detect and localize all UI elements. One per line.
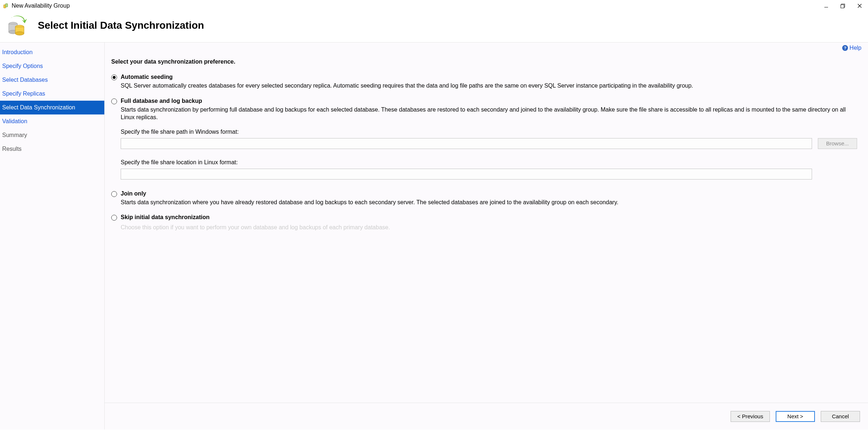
option-automatic-seeding[interactable]: Automatic seeding SQL Server automatical… xyxy=(111,74,857,90)
wizard-footer: < Previous Next > Cancel xyxy=(105,403,868,430)
svg-point-12 xyxy=(15,32,24,35)
option-desc-join-only: Starts data synchronization where you ha… xyxy=(121,198,857,206)
option-desc-skip: Choose this option if you want to perfor… xyxy=(121,224,857,231)
windows-path-label: Specify the file share path in Windows f… xyxy=(121,129,857,135)
linux-path-input[interactable] xyxy=(121,169,812,180)
option-title-automatic-seeding: Automatic seeding xyxy=(121,74,857,80)
wizard-header-icon xyxy=(7,15,27,36)
cancel-button[interactable]: Cancel xyxy=(821,411,860,422)
sync-prompt: Select your data synchronization prefere… xyxy=(111,59,857,65)
minimize-button[interactable] xyxy=(818,0,835,12)
window-titlebar: New Availability Group xyxy=(0,0,868,12)
wizard-body: Introduction Specify Options Select Data… xyxy=(0,42,868,430)
radio-automatic-seeding[interactable] xyxy=(111,74,117,80)
option-desc-full-backup: Starts data synchronization by performin… xyxy=(121,106,857,121)
option-join-only[interactable]: Join only Starts data synchronization wh… xyxy=(111,190,857,206)
window-controls xyxy=(818,0,868,12)
linux-path-label: Specify the file share location in Linux… xyxy=(121,159,857,166)
svg-rect-1 xyxy=(5,4,8,7)
radio-join-only[interactable] xyxy=(111,191,117,197)
next-button[interactable]: Next > xyxy=(776,411,815,422)
radio-skip[interactable] xyxy=(111,215,117,221)
svg-rect-4 xyxy=(841,5,844,8)
sidebar-item-validation[interactable]: Validation xyxy=(0,114,104,128)
option-skip[interactable]: Skip initial data synchronization xyxy=(111,214,857,222)
sidebar-item-specify-options[interactable]: Specify Options xyxy=(0,59,104,73)
sidebar-item-specify-replicas[interactable]: Specify Replicas xyxy=(0,87,104,101)
sidebar-item-summary: Summary xyxy=(0,128,104,142)
option-title-join-only: Join only xyxy=(121,190,857,197)
sidebar-item-introduction[interactable]: Introduction xyxy=(0,45,104,59)
page-title: Select Initial Data Synchronization xyxy=(38,20,204,31)
radio-full-backup[interactable] xyxy=(111,98,117,104)
window-title: New Availability Group xyxy=(12,3,70,9)
sidebar-item-results: Results xyxy=(0,142,104,156)
wizard-sidebar: Introduction Specify Options Select Data… xyxy=(0,43,105,430)
option-title-skip: Skip initial data synchronization xyxy=(121,214,857,221)
help-label: Help xyxy=(849,45,861,51)
wizard-main: ? Help Select your data synchronization … xyxy=(105,43,868,430)
option-full-backup[interactable]: Full database and log backup Starts data… xyxy=(111,98,857,121)
maximize-button[interactable] xyxy=(835,0,851,12)
help-bar: ? Help xyxy=(105,43,868,51)
help-link[interactable]: ? Help xyxy=(842,45,861,51)
app-icon xyxy=(3,3,9,9)
previous-button[interactable]: < Previous xyxy=(731,411,770,422)
close-button[interactable] xyxy=(851,0,868,12)
windows-path-input[interactable] xyxy=(121,138,812,149)
sidebar-item-select-databases[interactable]: Select Databases xyxy=(0,73,104,87)
content-area: Select your data synchronization prefere… xyxy=(105,51,868,403)
browse-button[interactable]: Browse... xyxy=(818,138,857,149)
wizard-header: Select Initial Data Synchronization xyxy=(0,12,868,42)
option-title-full-backup: Full database and log backup xyxy=(121,98,857,104)
option-desc-automatic-seeding: SQL Server automatically creates databas… xyxy=(121,82,857,90)
sidebar-item-select-data-synchronization[interactable]: Select Data Synchronization xyxy=(0,101,104,114)
help-icon: ? xyxy=(842,45,848,51)
